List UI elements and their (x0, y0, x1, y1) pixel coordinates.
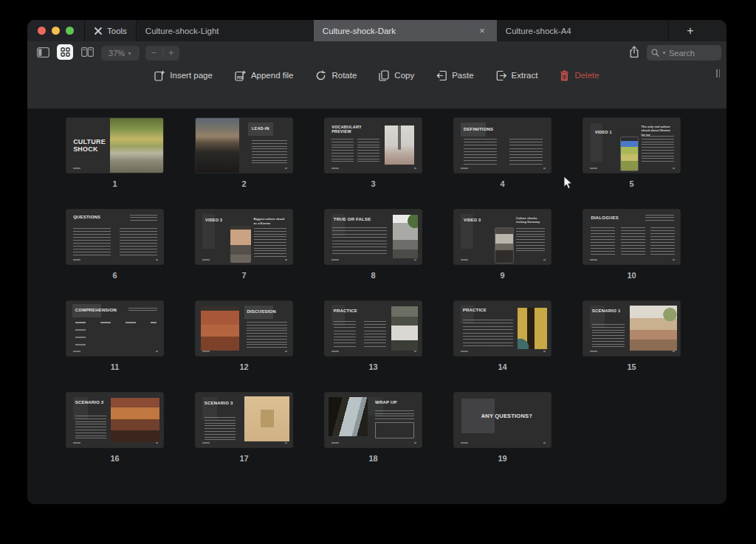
zoom-level-dropdown[interactable]: 37% ▼ (101, 46, 140, 61)
zoom-in-button[interactable]: + (163, 47, 180, 60)
extract-button[interactable]: Extract (496, 70, 538, 81)
slide-photo (495, 227, 514, 264)
page-thumbnail-14[interactable]: PRACTICE 14 (454, 301, 551, 371)
slide-pagenum-mark (285, 259, 287, 261)
app-window: Tools Culture-shock-Light Culture-shock-… (27, 20, 726, 504)
tools-icon (94, 27, 103, 35)
copy-button[interactable]: Copy (379, 70, 414, 81)
page-thumbnail-2[interactable]: LEAD-IN 2 (196, 118, 292, 188)
page-number-label: 13 (325, 362, 422, 371)
slide-photo (329, 397, 367, 436)
page-thumbnail-6[interactable]: QUESTIONS 6 (66, 210, 163, 280)
zoom-stepper: − + (145, 46, 179, 61)
page-thumbnail-15[interactable]: SCENARIO 1 15 (583, 301, 680, 371)
thumbnail-content-area[interactable]: CULTURE SHOCK 1 LEAD-IN 2 VOCABULA (27, 109, 726, 504)
page-thumbnail-16[interactable]: SCENARIO 2 16 (66, 393, 163, 463)
page-number-label: 19 (454, 454, 551, 463)
slide-note-lines (130, 215, 157, 221)
page-thumbnail-3[interactable]: VOCABULARY PREVIEW 3 (325, 118, 422, 188)
slide-photo (244, 396, 290, 441)
copy-icon (379, 70, 389, 81)
slide-body-lines (332, 227, 386, 257)
slide-pagenum-mark (543, 259, 546, 261)
slide-preview: QUESTIONS (66, 210, 163, 264)
search-input[interactable] (669, 49, 713, 58)
slide-footer-mark (461, 168, 468, 169)
slide-footer-mark (73, 168, 80, 169)
paste-button[interactable]: Paste (436, 70, 473, 81)
page-thumbnail-11[interactable]: COMPREHENSION 11 (66, 301, 163, 371)
page-number-label: 3 (325, 179, 422, 188)
slide-title: DISCUSSION (247, 309, 275, 314)
insert-page-button[interactable]: Insert page (154, 70, 213, 81)
page-number-label: 9 (454, 271, 551, 280)
slide-body-lines (73, 228, 157, 256)
share-button[interactable] (626, 44, 642, 60)
slide-title: WRAP UP (375, 400, 397, 405)
page-thumbnail-9[interactable]: VIDEO 3 Culture shocks visiting Germany … (454, 210, 551, 280)
page-thumbnail-4[interactable]: DEFINITIONS 4 (454, 118, 551, 188)
slide-footer-mark (461, 351, 468, 352)
page-thumbnail-5[interactable]: VIDEO 1 The only real culture shock abou… (583, 118, 680, 188)
page-thumbnail-8[interactable]: TRUE OR FALSE 8 (325, 210, 422, 280)
tab-culture-shock-a4[interactable]: Culture-shock-A4 (497, 20, 668, 41)
action-label: Insert page (170, 71, 213, 80)
slide-pagenum-mark (414, 351, 416, 352)
page-actions-row: Insert pagePDFAppend fileRotateCopyPaste… (27, 62, 726, 89)
zoom-window-button[interactable] (66, 27, 74, 35)
slide-preview: VIDEO 2 Biggest culture shock as a Korea… (196, 210, 292, 264)
search-icon (651, 49, 659, 57)
new-tab-button[interactable]: + (669, 20, 712, 41)
close-tab-icon[interactable]: × (476, 24, 488, 37)
chevron-down-icon: ▼ (662, 50, 667, 55)
slide-subtitle: The only real culture shock about Ukrain… (642, 125, 675, 137)
page-number-label: 17 (196, 454, 292, 463)
page-thumbnail-10[interactable]: DIALOGUES 10 (583, 210, 680, 280)
close-window-button[interactable] (38, 27, 46, 35)
slide-body-lines (463, 320, 513, 348)
page-thumbnail-13[interactable]: PRACTICE 13 (325, 301, 422, 371)
slide-body-lines (75, 416, 106, 440)
slide-photo (385, 125, 413, 165)
tab-culture-shock-light[interactable]: Culture-shock-Light (137, 20, 314, 41)
slide-pagenum-mark (543, 351, 546, 352)
slide-preview: DIALOGUES (583, 210, 680, 264)
slide-title: SCENARIO 2 (75, 400, 104, 405)
slide-footer-mark (331, 259, 339, 261)
slide-preview: CULTURE SHOCK (66, 118, 163, 173)
slide-body-lines (247, 322, 287, 348)
toolbar-overflow-indicator[interactable] (716, 69, 720, 78)
slide-title: LEAD-IN (252, 126, 269, 131)
slide-pagenum-mark (543, 168, 546, 169)
slide-preview: SCENARIO 2 (66, 393, 163, 447)
screenshot-stage: Tools Culture-shock-Light Culture-shock-… (0, 0, 756, 544)
slide-preview: PRACTICE (454, 301, 551, 356)
page-thumbnail-1[interactable]: CULTURE SHOCK 1 (66, 118, 163, 188)
tab-culture-shock-dark[interactable]: Culture-shock-Dark × (314, 20, 497, 41)
slide-footer-mark (331, 168, 339, 169)
delete-button[interactable]: Delete (560, 70, 599, 81)
rotate-button[interactable]: Rotate (315, 70, 357, 81)
page-thumbnail-12[interactable]: DISCUSSION 12 (196, 301, 292, 371)
thumbnail-grid-view-button[interactable] (57, 44, 73, 60)
slide-pagenum-mark (414, 442, 416, 444)
slide-preview: DEFINITIONS (454, 118, 551, 173)
search-field[interactable]: ▼ (647, 45, 721, 61)
page-thumbnail-17[interactable]: SCENARIO 3 17 (196, 393, 292, 463)
page-thumbnail-19[interactable]: ANY QUESTIONS? 19 (454, 393, 551, 463)
slide-title: VIDEO 3 (464, 218, 481, 223)
svg-text:PDF: PDF (237, 75, 244, 79)
slide-pagenum-mark (673, 168, 675, 169)
two-page-view-button[interactable] (79, 44, 95, 60)
sidebar-toggle-button[interactable] (35, 44, 51, 60)
slide-title: COMPREHENSION (75, 308, 117, 313)
page-thumbnail-7[interactable]: VIDEO 2 Biggest culture shock as a Korea… (196, 210, 292, 280)
append-file-button[interactable]: PDFAppend file (235, 70, 294, 81)
tools-button[interactable]: Tools (85, 20, 136, 41)
minimize-window-button[interactable] (52, 27, 60, 35)
slide-photo (518, 308, 546, 349)
zoom-out-button[interactable]: − (145, 47, 162, 60)
tab-label: Culture-shock-Light (145, 27, 219, 35)
page-thumbnail-18[interactable]: WRAP UP 18 (325, 393, 422, 463)
chevron-down-icon: ▼ (127, 51, 132, 56)
